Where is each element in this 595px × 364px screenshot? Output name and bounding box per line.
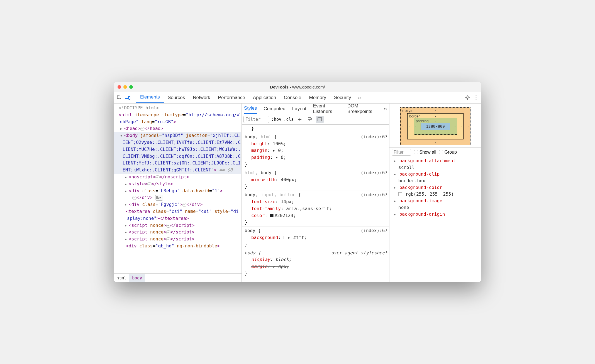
kebab-icon[interactable]: ⋮: [472, 94, 480, 102]
window-title: DevTools - www.google.com/: [270, 85, 325, 89]
dom-node-script[interactable]: ▶<script nonce>⋯</script>: [114, 229, 241, 236]
zoom-icon[interactable]: [129, 85, 133, 89]
computed-prop[interactable]: ▶ background-color rgb(255, 255, 255): [389, 184, 481, 198]
settings-icon[interactable]: [464, 94, 471, 102]
hov-button[interactable]: :hov: [271, 117, 281, 122]
computed-prop[interactable]: ▶ background-clipborder-box: [389, 171, 481, 184]
divider: [134, 94, 134, 101]
dom-node-div[interactable]: ▶<div class="Fgvgjc">⋯</div>: [114, 201, 241, 208]
css-rule[interactable]: html, body {(index):67min-width: 400px;}: [242, 169, 389, 191]
show-all-checkbox[interactable]: Show all: [414, 150, 436, 155]
content-size: 1280×800: [421, 123, 450, 130]
tab-console[interactable]: Console: [280, 92, 305, 103]
crumb-html[interactable]: html: [114, 274, 129, 282]
styles-filter-input[interactable]: [243, 116, 269, 123]
styles-filterbar: :hov .cls +: [242, 114, 389, 125]
css-rule[interactable]: body, html {(index):67height: 100%;margi…: [242, 133, 389, 169]
subtab-dom-breakpoints[interactable]: DOM Breakpoints: [347, 104, 379, 114]
computed-prop[interactable]: ▶ background-attachmentscroll: [389, 158, 481, 171]
tab-performance[interactable]: Performance: [214, 92, 249, 103]
traffic-lights: [118, 85, 133, 89]
svg-rect-1: [125, 96, 128, 99]
dom-node-script[interactable]: ▶<script nonce>⋯</script>: [114, 222, 241, 229]
css-rule[interactable]: body {(index):67background: ▸ #fff;}: [242, 227, 389, 249]
box-model[interactable]: margin ---- border ---- padding ---- 128…: [389, 104, 481, 147]
more-subtabs-icon[interactable]: »: [384, 105, 387, 112]
new-rule-icon[interactable]: +: [296, 116, 304, 123]
dom-node-noscript[interactable]: ▶<noscript>⋯</noscript>: [114, 174, 241, 181]
computed-panel: margin ---- border ---- padding ---- 128…: [389, 104, 481, 282]
main-content: <!DOCTYPE html> <html itemscope itemtype…: [114, 104, 481, 282]
more-tabs-icon[interactable]: »: [355, 94, 363, 102]
dom-tree[interactable]: <!DOCTYPE html> <html itemscope itemtype…: [114, 104, 242, 273]
body-node[interactable]: ⋯▼<body jsmodel="hspDDf" jsaction="xjhTI…: [114, 132, 241, 174]
paint-icon[interactable]: [306, 116, 314, 123]
computed-prop[interactable]: ▶ background-origin: [389, 211, 481, 224]
head-node[interactable]: ▶<head>⋯</head>: [114, 125, 241, 132]
tab-sources[interactable]: Sources: [164, 92, 189, 103]
svg-rect-4: [308, 117, 311, 119]
close-icon[interactable]: [118, 85, 121, 89]
computed-filterbar: Show all Group: [389, 147, 481, 157]
svg-rect-5: [318, 118, 322, 121]
doctype[interactable]: <!DOCTYPE html>: [114, 105, 241, 112]
tab-network[interactable]: Network: [189, 92, 214, 103]
dom-node-script[interactable]: ▶<script nonce>⋯</script>: [114, 236, 241, 243]
tab-elements[interactable]: Elements: [136, 92, 164, 103]
computed-list[interactable]: ▶ background-attachmentscroll▶ backgroun…: [389, 157, 481, 282]
tab-security[interactable]: Security: [330, 92, 355, 103]
computed-sidebar-icon[interactable]: [316, 116, 324, 123]
styles-subtabs: StylesComputedLayoutEvent ListenersDOM B…: [242, 104, 389, 114]
minimize-icon[interactable]: [123, 85, 127, 89]
tab-memory[interactable]: Memory: [305, 92, 330, 103]
svg-rect-2: [129, 97, 130, 99]
subtab-styles[interactable]: Styles: [244, 104, 257, 114]
breadcrumb: html body: [114, 273, 242, 282]
group-checkbox[interactable]: Group: [439, 150, 457, 155]
dom-node-style[interactable]: ▶<style>⋯</style>: [114, 181, 241, 188]
border-label: border: [409, 114, 420, 118]
computed-filter-input[interactable]: [392, 149, 411, 156]
subtab-event-listeners[interactable]: Event Listeners: [313, 104, 341, 114]
margin-label: margin: [402, 108, 413, 112]
computed-prop[interactable]: ▶ background-imagenone: [389, 198, 481, 211]
elements-panel: <!DOCTYPE html> <html itemscope itemtype…: [114, 104, 242, 282]
crumb-body[interactable]: body: [129, 274, 145, 282]
subtab-layout[interactable]: Layout: [292, 104, 306, 114]
main-tabbar: ElementsSourcesNetworkPerformanceApplica…: [114, 92, 481, 104]
styles-panel: StylesComputedLayoutEvent ListenersDOM B…: [242, 104, 389, 282]
css-rule[interactable]: body, input, button {(index):67font-size…: [242, 191, 389, 227]
device-toggle-icon[interactable]: [124, 94, 131, 102]
dom-node-div[interactable]: ▶<div class="L3eUgb" data-hveid="1"> ⋯</…: [114, 188, 241, 201]
inspect-icon[interactable]: [115, 94, 123, 102]
html-tag[interactable]: <html itemscope itemtype="http://schema.…: [114, 112, 241, 126]
titlebar: DevTools - www.google.com/: [114, 82, 481, 92]
svg-point-3: [467, 97, 468, 99]
cls-button[interactable]: .cls: [284, 117, 294, 122]
dom-node-div[interactable]: <div class="gb_hd" ng-non-bindable>: [114, 243, 241, 250]
subtab-computed[interactable]: Computed: [264, 104, 285, 114]
devtools-window: DevTools - www.google.com/ ElementsSourc…: [114, 82, 481, 282]
tab-application[interactable]: Application: [249, 92, 280, 103]
styles-rules[interactable]: } body, html {(index):67height: 100%;mar…: [242, 125, 389, 282]
padding-label: padding: [416, 119, 428, 123]
dom-node-textarea[interactable]: <textarea class="csi" name="csi" style="…: [114, 208, 241, 222]
css-rule[interactable]: body {user agent stylesheetdisplay: bloc…: [242, 249, 389, 278]
